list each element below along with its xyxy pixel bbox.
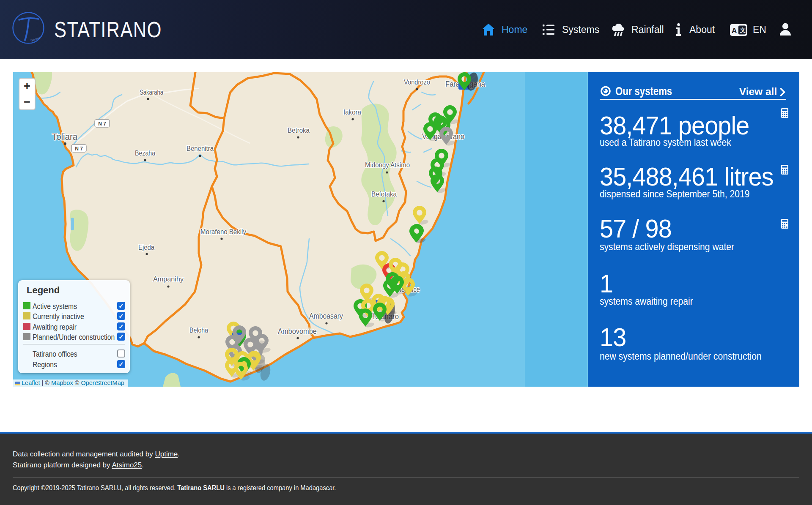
svg-text:Morafeno Bekily: Morafeno Bekily bbox=[200, 228, 246, 235]
svg-text:N 7: N 7 bbox=[98, 121, 106, 127]
svg-text:Vondrozo: Vondrozo bbox=[404, 79, 430, 86]
svg-text:Sakaraha: Sakaraha bbox=[140, 89, 163, 96]
svg-text:Beloha: Beloha bbox=[189, 327, 208, 334]
svg-text:文: 文 bbox=[740, 27, 746, 33]
svg-text:Betroka: Betroka bbox=[288, 127, 310, 134]
svg-text:Benenitra: Benenitra bbox=[187, 145, 214, 152]
svg-text:Ampanihy: Ampanihy bbox=[153, 276, 184, 283]
svg-text:Ambovombe: Ambovombe bbox=[278, 327, 317, 336]
svg-text:Iakora: Iakora bbox=[343, 109, 361, 116]
svg-text:Midongy Atsimo: Midongy Atsimo bbox=[365, 161, 410, 169]
svg-text:N 7: N 7 bbox=[75, 146, 83, 152]
svg-text:Amboasary: Amboasary bbox=[309, 312, 343, 320]
svg-text:Befotaka: Befotaka bbox=[371, 191, 397, 198]
svg-text:Bezaha: Bezaha bbox=[135, 150, 155, 157]
svg-text:A: A bbox=[732, 27, 737, 35]
svg-text:Ejeda: Ejeda bbox=[138, 244, 154, 251]
svg-text:Toliara: Toliara bbox=[52, 131, 78, 142]
